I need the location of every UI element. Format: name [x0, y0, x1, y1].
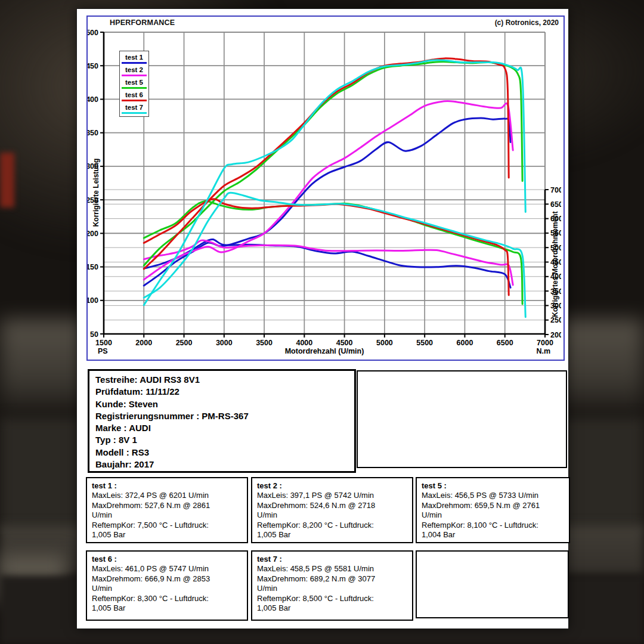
test-line: MaxDrehmom: 689,2 N.m @ 3077 [257, 574, 407, 584]
left-axis-title: Korrigierte Leistung [92, 151, 100, 234]
test-title: test 2 : [257, 481, 407, 491]
info-line: Typ : 8V 1 [95, 434, 348, 446]
svg-text:3500: 3500 [256, 339, 273, 347]
test-line: 1,005 Bar [257, 530, 407, 540]
test-line: ReftempKor: 8,500 °C - Luftdruck: [257, 594, 407, 604]
legend-color-bar [122, 100, 147, 101]
svg-text:1500: 1500 [95, 339, 112, 347]
svg-text:700: 700 [550, 186, 561, 194]
legend-label: test 2 [121, 66, 147, 75]
test-result-box-1: test 1 : MaxLeis: 372,4 PS @ 6201 U/min … [86, 477, 248, 543]
test-title: test 7 : [257, 554, 407, 564]
legend-item: test 5 [121, 78, 147, 89]
legend-label: test 7 [121, 103, 147, 112]
svg-text:200: 200 [550, 331, 561, 339]
svg-text:5500: 5500 [416, 339, 433, 347]
test-line: 1,004 Bar [422, 530, 564, 540]
curve-test-1-power [144, 118, 510, 286]
legend-color-bar [122, 112, 147, 114]
svg-text:50: 50 [90, 330, 98, 339]
test-result-box-7: test 7 : MaxLeis: 458,5 PS @ 5581 U/min … [251, 550, 413, 621]
svg-text:350: 350 [88, 129, 98, 137]
test-result-box-5: test 5 : MaxLeis: 456,5 PS @ 5733 U/min … [416, 477, 570, 543]
test-title: test 5 : [422, 481, 564, 491]
test-title: test 6 : [92, 554, 242, 564]
test-line: ReftempKor: 8,100 °C - Luftdruck: [422, 521, 564, 531]
test-line: U/min [422, 510, 564, 521]
dyno-chart-frame: HPERFORMANCE (c) Rotronics, 2020 5010015… [86, 16, 565, 361]
test-line: MaxLeis: 461,0 PS @ 5747 U/min [92, 564, 242, 574]
background-red-object [0, 153, 14, 208]
legend-item: test 6 [121, 91, 147, 101]
svg-text:450: 450 [88, 62, 98, 70]
svg-text:6500: 6500 [497, 339, 513, 347]
test-line: MaxLeis: 456,5 PS @ 5733 U/min [422, 491, 564, 501]
test-line: MaxLeis: 372,4 PS @ 6201 U/min [92, 491, 242, 501]
info-line: Registrierungsnummer : PM-RS-367 [95, 410, 348, 422]
test-title: test 1 : [92, 481, 242, 491]
svg-text:2500: 2500 [176, 339, 193, 347]
test-line: 1,005 Bar [92, 603, 242, 614]
svg-text:7000: 7000 [537, 339, 553, 347]
legend-item: test 7 [121, 103, 147, 114]
test-result-box-6: test 6 : MaxLeis: 461,0 PS @ 5747 U/min … [86, 550, 248, 621]
chart-legend: test 1test 2test 5test 6test 7 [119, 51, 149, 117]
svg-text:150: 150 [88, 263, 98, 271]
test-line: U/min [92, 584, 242, 594]
svg-text:2000: 2000 [135, 339, 152, 347]
test-line: MaxLeis: 458,5 PS @ 5581 U/min [257, 564, 407, 574]
test-line: 1,005 Bar [257, 603, 407, 614]
empty-test-box [416, 550, 569, 618]
empty-info-box [357, 370, 567, 468]
test-line: MaxDrehmom: 527,6 N.m @ 2861 [92, 501, 242, 511]
svg-text:5000: 5000 [376, 339, 393, 347]
test-line: U/min [257, 510, 407, 521]
svg-text:3000: 3000 [216, 339, 233, 347]
info-line: Prüfdatum: 11/11/22 [95, 386, 348, 398]
legend-color-bar [122, 87, 147, 89]
svg-text:500: 500 [88, 29, 98, 37]
report-panel: HPERFORMANCE (c) Rotronics, 2020 5010015… [76, 8, 569, 629]
test-line: ReftempKor: 8,200 °C - Luftdruck: [257, 521, 407, 531]
info-line: Modell : RS3 [95, 447, 348, 459]
svg-text:100: 100 [88, 296, 98, 305]
legend-item: test 1 [121, 53, 147, 64]
info-line: Marke : AUDI [95, 422, 348, 434]
curve-test-7-power [144, 60, 525, 305]
dyno-chart: 5010015020025030035040045050020025030035… [88, 17, 561, 357]
test-line: U/min [257, 584, 407, 594]
background-highlight [0, 553, 66, 603]
svg-text:4500: 4500 [336, 339, 353, 347]
svg-text:6000: 6000 [457, 339, 473, 347]
info-line: Kunde: Steven [95, 398, 348, 410]
legend-label: test 1 [121, 53, 147, 62]
legend-label: test 6 [121, 91, 147, 100]
test-line: ReftempKor: 7,500 °C - Luftdruck: [92, 521, 242, 531]
test-line: MaxDrehmom: 659,5 N.m @ 2761 [422, 501, 564, 511]
legend-item: test 2 [121, 66, 147, 76]
test-result-box-2: test 2 : MaxLeis: 397,1 PS @ 5742 U/min … [251, 477, 413, 543]
right-axis-title: Korrigiertes Motordrehmoment [551, 205, 559, 324]
info-line: Testreihe: AUDI RS3 8V1 [95, 374, 348, 386]
svg-text:Motordrehzahl (U/min): Motordrehzahl (U/min) [285, 347, 364, 355]
svg-text:N.m: N.m [536, 347, 550, 355]
legend-color-bar [122, 75, 147, 76]
svg-text:PS: PS [98, 347, 108, 355]
test-line: MaxDrehmom: 524,6 N.m @ 2718 [257, 501, 407, 511]
test-line: MaxLeis: 397,1 PS @ 5742 U/min [257, 491, 407, 501]
svg-text:400: 400 [88, 95, 98, 104]
test-line: MaxDrehmom: 666,9 N.m @ 2853 [92, 574, 242, 584]
info-line: Baujahr: 2017 [95, 459, 348, 470]
legend-color-bar [122, 62, 147, 64]
vehicle-info-box: Testreihe: AUDI RS3 8V1 Prüfdatum: 11/11… [88, 369, 356, 473]
legend-label: test 5 [121, 78, 147, 87]
test-line: ReftempKor: 8,300 °C - Luftdruck: [92, 594, 242, 604]
svg-text:4000: 4000 [296, 339, 312, 347]
test-line: 1,005 Bar [92, 530, 242, 540]
test-line: U/min [92, 510, 242, 521]
